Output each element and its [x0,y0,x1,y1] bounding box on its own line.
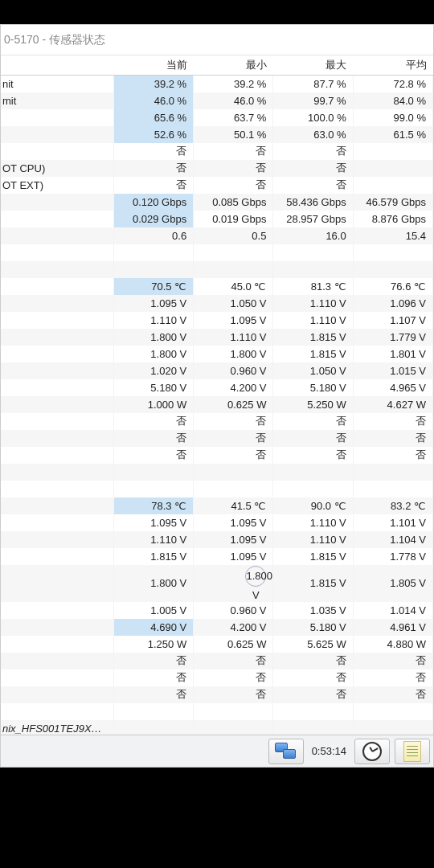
col-min[interactable]: 最小 [194,55,273,76]
table-row[interactable] [1,481,433,497]
row-label: OT EXT) [1,177,113,194]
cell-max: 否 [273,686,353,703]
table-row[interactable]: 0.029 Gbps0.019 Gbps28.957 Gbps8.876 Gbp… [1,211,433,227]
table-row[interactable] [1,244,433,261]
cell-max: 81.3 ℃ [273,278,353,295]
table-row[interactable]: nix_HFS001TEJ9X11... [1,720,433,735]
cell-min: 1.800 V [194,346,273,362]
table-row[interactable]: 1.000 W0.625 W5.250 W4.627 W [1,396,433,413]
row-label [1,379,113,396]
row-label [1,669,113,686]
row-label [1,346,113,362]
table-row[interactable]: 1.800 V1.110 V1.815 V1.779 V [1,329,433,346]
col-current[interactable]: 当前 [113,55,193,76]
log-button[interactable] [395,739,430,764]
row-label [1,703,113,720]
row-label [1,362,113,379]
table-row[interactable] [1,703,433,720]
cell-avg: 否 [353,447,432,464]
table-row[interactable]: 1.110 V1.095 V1.110 V1.104 V [1,531,433,548]
cell-avg: 1.104 V [353,531,432,548]
cell-max: 1.815 V [273,346,353,362]
cell-cur: 1.005 V [113,602,193,619]
cell-min [194,464,273,481]
table-row[interactable]: 0.60.516.015.4 [1,227,433,244]
table-row[interactable]: 52.6 %50.1 %63.0 %61.5 % [1,126,433,143]
cell-min: 0.019 Gbps [194,211,273,227]
cell-cur: 1.110 V [113,312,193,329]
cell-max: 1.035 V [273,602,353,619]
row-label: nit [1,76,113,92]
table-row[interactable]: 1.800 V1.800 V1.815 V1.801 V [1,346,433,362]
cell-avg [353,160,432,177]
table-row[interactable]: 否否否否 [1,413,433,430]
table-row[interactable]: 1.800 V1.800 V1.815 V1.805 V [1,565,433,602]
cell-max: 100.0 % [273,109,353,126]
table-row[interactable]: 1.250 W0.625 W5.625 W4.880 W [1,636,433,653]
cell-avg: 1.805 V [353,565,432,602]
cell-max: 28.957 Gbps [273,211,353,227]
row-label [1,312,113,329]
table-row[interactable]: 1.815 V1.095 V1.815 V1.778 V [1,548,433,565]
cell-cur: 1.815 V [113,548,193,565]
col-avg[interactable]: 平均 [353,55,432,76]
sensor-table-area[interactable]: 当前 最小 最大 平均 nit39.2 %39.2 %87.7 %72.8 %m… [1,55,433,735]
cell-max: 1.815 V [273,565,353,602]
table-row[interactable]: 4.690 V4.200 V5.180 V4.961 V [1,619,433,636]
cell-cur: 78.3 ℃ [113,497,193,514]
cell-cur: 0.6 [113,227,193,244]
col-label[interactable] [1,55,113,76]
row-label [1,497,113,514]
table-row[interactable] [1,464,433,481]
table-row[interactable]: 70.5 ℃45.0 ℃81.3 ℃76.6 ℃ [1,278,433,295]
table-row[interactable]: 1.095 V1.050 V1.110 V1.096 V [1,295,433,312]
table-row[interactable]: 1.020 V0.960 V1.050 V1.015 V [1,362,433,379]
table-row[interactable]: 否否否 [1,143,433,160]
cell-cur: 4.690 V [113,619,193,636]
clock-icon [362,742,382,761]
cell-min: 0.625 W [194,636,273,653]
row-label [1,278,113,295]
cell-min: 否 [194,686,273,703]
cell-avg: 4.880 W [353,636,432,653]
cell-cur: 1.250 W [113,636,193,653]
table-row[interactable]: 否否否否 [1,669,433,686]
cell-min: 1.095 V [194,548,273,565]
table-row[interactable]: 65.6 %63.7 %100.0 %99.0 % [1,109,433,126]
titlebar[interactable]: 0-5170 - 传感器状态 [1,25,433,55]
network-button[interactable] [268,739,304,764]
cell-min [194,703,273,720]
table-row[interactable]: 1.095 V1.095 V1.110 V1.101 V [1,514,433,531]
row-label [1,143,113,160]
cell-min [194,244,273,261]
row-label [1,244,113,261]
clock-button[interactable] [354,739,390,764]
cell-avg: 否 [353,430,432,447]
cell-max: 5.625 W [273,636,353,653]
row-label [1,109,113,126]
table-row[interactable]: 否否否否 [1,653,433,669]
table-row[interactable]: 78.3 ℃41.5 ℃90.0 ℃83.2 ℃ [1,497,433,514]
cell-max: 1.110 V [273,514,353,531]
cell-min: 否 [194,447,273,464]
table-row[interactable]: 5.180 V4.200 V5.180 V4.965 V [1,379,433,396]
table-row[interactable]: 否否否否 [1,447,433,464]
col-max[interactable]: 最大 [273,55,353,76]
table-row[interactable]: 0.120 Gbps0.085 Gbps58.436 Gbps46.579 Gb… [1,194,433,211]
cell-cur: 1.020 V [113,362,193,379]
cell-max [273,244,353,261]
table-row[interactable]: 否否否否 [1,686,433,703]
cell-cur: 5.180 V [113,379,193,396]
table-row[interactable]: OT CPU)否否否 [1,160,433,177]
cell-cur: 否 [113,143,193,160]
table-row[interactable]: 1.110 V1.095 V1.110 V1.107 V [1,312,433,329]
table-row[interactable]: 否否否否 [1,430,433,447]
cell-cur: 1.800 V [113,329,193,346]
table-row[interactable]: 1.005 V0.960 V1.035 V1.014 V [1,602,433,619]
table-row[interactable] [1,261,433,278]
table-row[interactable]: OT EXT)否否否 [1,177,433,194]
cell-min: 1.095 V [194,514,273,531]
table-row[interactable]: nit39.2 %39.2 %87.7 %72.8 % [1,76,433,92]
table-row[interactable]: mit46.0 %46.0 %99.7 %84.0 % [1,92,433,109]
cell-max: 否 [273,143,353,160]
